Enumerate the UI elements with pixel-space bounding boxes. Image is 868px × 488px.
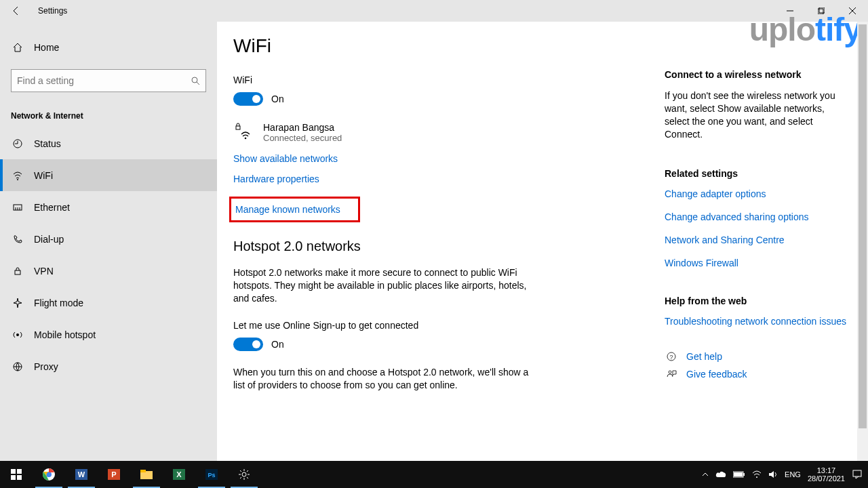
link-network-center[interactable]: Network and Sharing Centre	[665, 235, 850, 245]
airplane-icon	[11, 298, 24, 308]
taskbar-powerpoint[interactable]: P	[98, 461, 130, 488]
taskbar-photoshop[interactable]: Ps	[195, 461, 228, 488]
sidebar: Home Network & Internet Status WiFi Ethe…	[0, 22, 217, 461]
start-button[interactable]	[0, 461, 33, 488]
svg-point-38	[756, 476, 757, 478]
taskbar-word[interactable]: W	[65, 461, 98, 488]
sidebar-item-hotspot[interactable]: Mobile hotspot	[0, 319, 217, 350]
link-windows-firewall[interactable]: Windows Firewall	[665, 258, 850, 268]
svg-point-17	[669, 371, 671, 373]
tray-battery-icon[interactable]	[733, 471, 745, 478]
wifi-toggle[interactable]	[233, 92, 263, 106]
network-status: Connected, secured	[263, 133, 342, 143]
back-button[interactable]	[0, 0, 33, 22]
taskbar-settings[interactable]	[228, 461, 260, 488]
online-signup-description: When you turn this on and choose a Hotsp…	[233, 366, 532, 392]
page-title: WiFi	[233, 35, 665, 57]
link-sharing-options[interactable]: Change advanced sharing options	[665, 211, 850, 222]
svg-rect-36	[743, 473, 745, 476]
get-help-row[interactable]: ? Get help	[665, 351, 850, 362]
online-signup-state: On	[271, 339, 284, 350]
sidebar-item-label: Proxy	[34, 361, 58, 372]
get-help-label: Get help	[686, 351, 722, 362]
network-name: Harapan Bangsa	[263, 122, 342, 133]
svg-point-13	[245, 138, 247, 140]
vpn-icon	[11, 266, 24, 277]
online-signup-toggle[interactable]	[233, 338, 263, 351]
search-field[interactable]	[17, 75, 191, 86]
sidebar-item-label: Dial-up	[34, 234, 64, 245]
search-input[interactable]	[11, 69, 206, 92]
wifi-label: WiFi	[233, 75, 665, 85]
taskbar: W P X Ps ENG 13:17 28/07/2021	[0, 461, 868, 488]
connect-heading: Connect to a wireless network	[665, 69, 850, 80]
svg-rect-20	[11, 475, 16, 480]
connect-description: If you don't see the wireless network yo…	[665, 89, 850, 141]
taskbar-explorer[interactable]	[130, 461, 163, 488]
taskbar-excel[interactable]: X	[163, 461, 195, 488]
link-manage-known-networks[interactable]: Manage known networks	[229, 197, 360, 222]
sidebar-item-wifi[interactable]: WiFi	[0, 159, 217, 191]
help-heading: Help from the web	[665, 296, 850, 306]
hotspot-description: Hotspot 2.0 networks make it more secure…	[233, 266, 532, 305]
titlebar: Settings	[0, 0, 868, 22]
svg-rect-29	[140, 470, 146, 472]
sidebar-item-label: Ethernet	[34, 202, 70, 213]
give-feedback-row[interactable]: Give feedback	[665, 369, 850, 380]
svg-rect-18	[11, 469, 16, 474]
sidebar-home[interactable]: Home	[0, 35, 217, 60]
sidebar-item-status[interactable]: Status	[0, 127, 217, 159]
svg-rect-37	[734, 472, 743, 476]
related-heading: Related settings	[665, 168, 850, 179]
main-content: WiFi WiFi On Harapan Bangsa Conne	[217, 22, 665, 461]
tray-chevron-icon[interactable]	[702, 471, 709, 478]
link-adapter-options[interactable]: Change adapter options	[665, 188, 850, 199]
sidebar-item-dialup[interactable]: Dial-up	[0, 223, 217, 255]
home-icon	[11, 42, 24, 53]
wifi-secured-icon	[233, 121, 256, 144]
svg-point-34	[242, 472, 246, 476]
svg-rect-19	[17, 469, 22, 474]
tray-onedrive-icon[interactable]	[715, 470, 726, 479]
link-hardware-properties[interactable]: Hardware properties	[233, 174, 665, 184]
connected-network[interactable]: Harapan Bangsa Connected, secured	[233, 121, 665, 144]
sidebar-home-label: Home	[34, 42, 59, 53]
wifi-toggle-state: On	[271, 94, 284, 104]
give-feedback-label: Give feedback	[686, 369, 747, 380]
watermark: uplotify	[749, 11, 861, 48]
right-panel: Connect to a wireless network If you don…	[665, 22, 861, 461]
hotspot-icon	[11, 329, 24, 340]
sidebar-item-label: WiFi	[34, 170, 53, 181]
sidebar-item-vpn[interactable]: VPN	[0, 255, 217, 287]
tray-clock[interactable]: 13:17 28/07/2021	[808, 466, 845, 483]
svg-text:Ps: Ps	[208, 472, 215, 479]
hotspot-heading: Hotspot 2.0 networks	[233, 239, 665, 254]
link-show-networks[interactable]: Show available networks	[233, 153, 665, 164]
tray-language[interactable]: ENG	[785, 470, 801, 479]
sidebar-item-flightmode[interactable]: Flight mode	[0, 287, 217, 319]
wifi-icon	[11, 170, 24, 181]
dialup-icon	[11, 234, 24, 245]
svg-rect-14	[236, 126, 240, 129]
taskbar-chrome[interactable]	[33, 461, 65, 488]
link-troubleshoot[interactable]: Troubleshooting network connection issue…	[665, 316, 850, 327]
svg-rect-10	[15, 270, 20, 274]
svg-text:P: P	[111, 470, 116, 479]
tray-volume-icon[interactable]	[768, 470, 778, 479]
svg-point-8	[17, 179, 18, 180]
sidebar-item-label: Mobile hotspot	[34, 329, 96, 340]
search-icon	[191, 76, 200, 85]
status-icon	[11, 138, 24, 149]
sidebar-item-proxy[interactable]: Proxy	[0, 350, 217, 382]
sidebar-category: Network & Internet	[0, 103, 217, 127]
svg-text:W: W	[78, 470, 85, 479]
feedback-icon	[665, 369, 678, 380]
svg-rect-21	[17, 475, 22, 480]
help-icon: ?	[665, 351, 678, 362]
tray-wifi-icon[interactable]	[752, 470, 762, 479]
scrollbar[interactable]	[857, 22, 868, 461]
sidebar-item-label: Status	[34, 138, 61, 149]
sidebar-item-label: VPN	[34, 266, 54, 277]
sidebar-item-ethernet[interactable]: Ethernet	[0, 191, 217, 223]
tray-notifications-icon[interactable]	[852, 469, 863, 480]
